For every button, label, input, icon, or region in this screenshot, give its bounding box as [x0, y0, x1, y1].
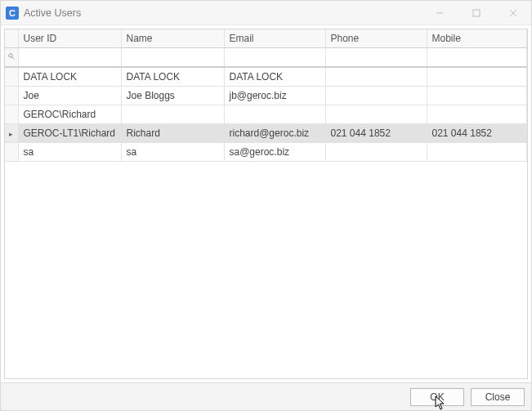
filter-row	[5, 48, 527, 68]
col-user-id[interactable]: User ID	[18, 29, 121, 48]
svg-line-5	[12, 57, 15, 60]
cell-user-id[interactable]: GEROC-LT1\Richard	[18, 124, 121, 143]
filter-icon	[5, 48, 18, 68]
maximize-button[interactable]	[458, 1, 494, 25]
cell-user-id[interactable]: GEROC\Richard	[18, 105, 121, 124]
users-grid: User ID Name Email Phone Mobile	[4, 29, 528, 379]
cell-name[interactable]: Joe Bloggs	[121, 87, 224, 105]
cell-mobile[interactable]: 021 044 1852	[427, 124, 527, 143]
cell-email[interactable]	[224, 105, 325, 124]
close-button[interactable]: Close	[471, 388, 525, 406]
cell-mobile[interactable]	[427, 143, 527, 162]
cell-email[interactable]: richard@geroc.biz	[224, 124, 325, 143]
active-users-window: C Active Users User ID	[0, 0, 532, 411]
cell-phone[interactable]	[325, 87, 427, 105]
table-row[interactable]: ▸GEROC-LT1\RichardRichardrichard@geroc.b…	[5, 124, 527, 143]
col-mobile[interactable]: Mobile	[427, 29, 527, 48]
col-phone[interactable]: Phone	[325, 29, 427, 48]
app-icon: C	[6, 7, 19, 20]
row-indicator	[5, 105, 18, 124]
row-indicator	[5, 143, 18, 162]
filter-mobile[interactable]	[432, 51, 522, 63]
cell-phone[interactable]	[325, 143, 427, 162]
indicator-header	[5, 29, 18, 48]
cell-phone[interactable]	[325, 105, 427, 124]
cell-user-id[interactable]: Joe	[18, 87, 121, 105]
svg-point-4	[9, 54, 12, 57]
table-row[interactable]: DATA LOCKDATA LOCKDATA LOCK	[5, 67, 527, 87]
cell-user-id[interactable]: DATA LOCK	[18, 67, 121, 87]
cell-mobile[interactable]	[427, 105, 527, 124]
col-email[interactable]: Email	[224, 29, 325, 48]
svg-rect-1	[473, 10, 480, 16]
cell-name[interactable]: Richard	[121, 124, 224, 143]
cell-phone[interactable]	[325, 67, 427, 87]
filter-phone[interactable]	[331, 51, 422, 63]
cell-user-id[interactable]: sa	[18, 143, 121, 162]
dialog-footer: OK Close	[1, 382, 531, 410]
cell-mobile[interactable]	[427, 87, 527, 105]
table-row[interactable]: sasasa@geroc.biz	[5, 143, 527, 162]
current-row-arrow-icon: ▸	[9, 130, 13, 138]
ok-button[interactable]: OK	[410, 388, 464, 406]
users-table: User ID Name Email Phone Mobile	[5, 29, 527, 162]
table-row[interactable]: JoeJoe Bloggsjb@geroc.biz	[5, 87, 527, 105]
window-title: Active Users	[24, 7, 421, 19]
window-controls	[421, 1, 531, 25]
row-indicator: ▸	[5, 124, 18, 143]
filter-name[interactable]	[127, 51, 219, 63]
filter-user-id[interactable]	[24, 51, 116, 63]
cell-email[interactable]: DATA LOCK	[224, 67, 325, 87]
cell-name[interactable]: DATA LOCK	[121, 67, 224, 87]
cell-mobile[interactable]	[427, 67, 527, 87]
close-window-button[interactable]	[494, 1, 531, 25]
row-indicator	[5, 67, 18, 87]
col-name[interactable]: Name	[121, 29, 224, 48]
cell-phone[interactable]: 021 044 1852	[325, 124, 427, 143]
content-area: User ID Name Email Phone Mobile	[1, 25, 531, 382]
filter-email[interactable]	[230, 51, 320, 63]
table-row[interactable]: GEROC\Richard	[5, 105, 527, 124]
titlebar: C Active Users	[1, 1, 531, 25]
cell-email[interactable]: jb@geroc.biz	[224, 87, 325, 105]
cell-name[interactable]: sa	[121, 143, 224, 162]
header-row: User ID Name Email Phone Mobile	[5, 29, 527, 48]
minimize-button[interactable]	[421, 1, 458, 25]
cell-email[interactable]: sa@geroc.biz	[224, 143, 325, 162]
row-indicator	[5, 87, 18, 105]
grid-body: DATA LOCKDATA LOCKDATA LOCKJoeJoe Bloggs…	[5, 67, 527, 162]
cell-name[interactable]	[121, 105, 224, 124]
